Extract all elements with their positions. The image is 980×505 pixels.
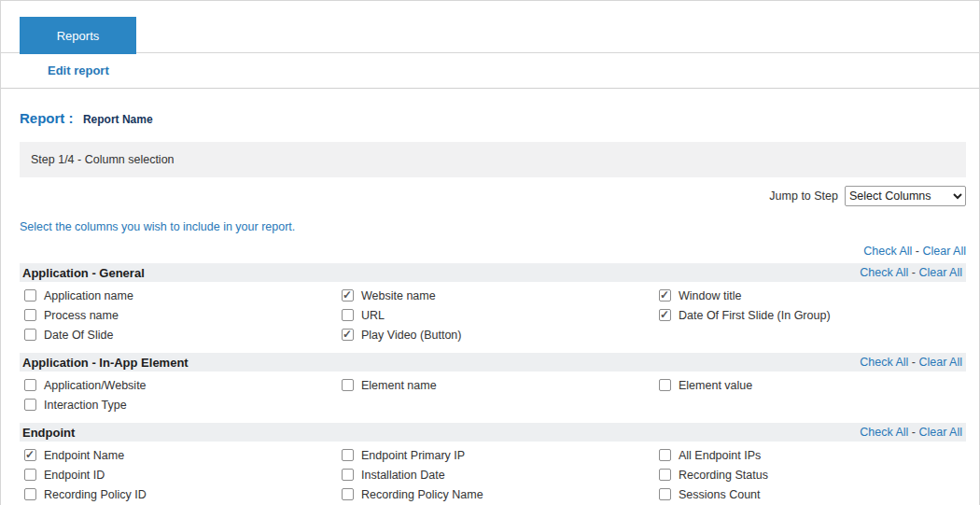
column-item-application-website[interactable]: Application/Website <box>24 377 342 393</box>
column-item-label: Website name <box>361 289 436 302</box>
checkbox-unchecked[interactable] <box>659 379 671 391</box>
column-item-interaction-type[interactable]: Interaction Type <box>24 397 342 413</box>
column-item-application-name[interactable]: Application name <box>24 288 342 303</box>
global-check-clear-links: Check All - Clear All <box>20 245 966 259</box>
section-clear-all-link[interactable]: Clear All <box>918 426 962 439</box>
column-item-element-value[interactable]: Element value <box>659 377 973 393</box>
checkbox-checked[interactable] <box>659 309 671 321</box>
checkbox-checked[interactable] <box>342 289 354 302</box>
checkbox-unchecked[interactable] <box>659 488 671 500</box>
checkbox-unchecked[interactable] <box>342 379 354 391</box>
column-item-endpoint-name[interactable]: Endpoint Name <box>24 447 342 463</box>
column-sections-container: Application - GeneralCheck All - Clear A… <box>20 263 966 505</box>
column-item-website-name[interactable]: Website name <box>342 288 659 303</box>
checkbox-checked[interactable] <box>659 289 671 302</box>
section-header-application-general: Application - GeneralCheck All - Clear A… <box>20 263 966 282</box>
link-separator: - <box>908 356 918 369</box>
checkbox-unchecked[interactable] <box>24 469 36 481</box>
checkbox-unchecked[interactable] <box>24 309 36 321</box>
column-item-label: Element value <box>679 379 752 392</box>
column-item-label: Play Video (Button) <box>361 329 461 342</box>
section-header-application-in-app-element: Application - In-App ElementCheck All - … <box>20 353 966 372</box>
column-item-label: Date Of First Slide (In Group) <box>679 309 831 322</box>
checkbox-unchecked[interactable] <box>24 329 36 341</box>
report-name: Report Name <box>83 113 153 126</box>
checkbox-unchecked[interactable] <box>342 469 354 481</box>
column-item-label: Endpoint Name <box>44 449 124 462</box>
checkbox-unchecked[interactable] <box>24 379 36 391</box>
section-check-clear-links: Check All - Clear All <box>860 356 962 369</box>
checkbox-unchecked[interactable] <box>24 289 36 302</box>
section-clear-all-link[interactable]: Clear All <box>918 356 962 369</box>
clear-all-link[interactable]: Clear All <box>922 245 966 258</box>
jump-to-step-label: Jump to Step <box>769 189 838 203</box>
column-item-label: Window title <box>679 289 741 302</box>
report-title: Report : Report Name <box>20 109 966 127</box>
link-separator: - <box>908 266 918 279</box>
column-item-label: Endpoint Primary IP <box>361 449 465 462</box>
checkbox-unchecked[interactable] <box>342 309 354 321</box>
instruction-text: Select the columns you wish to include i… <box>20 220 966 234</box>
link-separator: - <box>912 245 922 258</box>
column-item-label: Interaction Type <box>44 399 127 412</box>
checkbox-unchecked[interactable] <box>659 469 671 481</box>
section-title: Application - In-App Element <box>22 356 189 370</box>
edit-report-link[interactable]: Edit report <box>48 63 109 77</box>
section-check-clear-links: Check All - Clear All <box>860 426 962 439</box>
checkbox-unchecked[interactable] <box>342 488 354 500</box>
checkbox-unchecked[interactable] <box>24 488 36 500</box>
section-check-all-link[interactable]: Check All <box>860 426 908 439</box>
section-items-grid: Endpoint NameEndpoint Primary IPAll Endp… <box>20 442 966 505</box>
column-item-label: URL <box>361 309 385 322</box>
jump-to-step-row: Jump to Step Select Columns <box>20 186 966 206</box>
column-item-sessions-count[interactable]: Sessions Count <box>659 486 973 502</box>
column-item-recording-policy-id[interactable]: Recording Policy ID <box>24 486 342 502</box>
link-separator: - <box>908 426 918 439</box>
check-all-link[interactable]: Check All <box>863 245 912 258</box>
section-check-all-link[interactable]: Check All <box>860 356 908 369</box>
column-item-installation-date[interactable]: Installation Date <box>342 467 659 483</box>
tab-reports[interactable]: Reports <box>20 17 136 54</box>
section-title: Endpoint <box>22 426 75 440</box>
column-item-label: Installation Date <box>361 469 445 482</box>
section-check-all-link[interactable]: Check All <box>860 266 908 279</box>
column-item-url[interactable]: URL <box>342 307 659 323</box>
column-item-all-endpoint-ips[interactable]: All Endpoint IPs <box>659 447 973 463</box>
checkbox-unchecked[interactable] <box>24 399 36 411</box>
top-tab-bar: Reports <box>1 1 979 53</box>
page: Reports Edit report Report : Report Name… <box>0 0 980 505</box>
subheader: Edit report <box>1 53 979 88</box>
column-item-label: Sessions Count <box>679 488 761 501</box>
column-item-recording-policy-name[interactable]: Recording Policy Name <box>342 486 659 502</box>
column-item-play-video-button[interactable]: Play Video (Button) <box>342 327 659 343</box>
report-panel: Report : Report Name Step 1/4 - Column s… <box>1 88 979 505</box>
column-item-date-of-slide[interactable]: Date Of Slide <box>24 327 342 343</box>
section-items-grid: Application nameWebsite nameWindow title… <box>20 282 966 348</box>
column-item-label: Recording Policy Name <box>361 488 483 501</box>
section-clear-all-link[interactable]: Clear All <box>918 266 962 279</box>
step-indicator-bar: Step 1/4 - Column selection <box>20 142 966 177</box>
jump-to-step-select[interactable]: Select Columns <box>845 186 966 206</box>
column-item-process-name[interactable]: Process name <box>24 307 342 323</box>
column-item-date-of-first-slide-in-group[interactable]: Date Of First Slide (In Group) <box>659 307 973 323</box>
checkbox-unchecked[interactable] <box>342 449 354 461</box>
column-item-label: Endpoint ID <box>44 469 105 482</box>
section-title: Application - General <box>22 266 145 280</box>
column-item-recording-status[interactable]: Recording Status <box>659 467 973 483</box>
column-item-endpoint-id[interactable]: Endpoint ID <box>24 467 342 483</box>
column-item-label: Element name <box>361 379 437 392</box>
column-item-element-name[interactable]: Element name <box>342 377 659 393</box>
column-item-label: Process name <box>44 309 119 322</box>
column-item-window-title[interactable]: Window title <box>659 288 973 303</box>
column-item-label: Recording Status <box>679 469 768 482</box>
column-item-label: Recording Policy ID <box>44 488 147 501</box>
column-item-endpoint-primary-ip[interactable]: Endpoint Primary IP <box>342 447 659 463</box>
checkbox-checked[interactable] <box>342 329 354 341</box>
section-check-clear-links: Check All - Clear All <box>860 266 962 279</box>
checkbox-checked[interactable] <box>24 449 36 461</box>
column-item-label: Application/Website <box>44 379 147 392</box>
checkbox-unchecked[interactable] <box>659 449 671 461</box>
column-item-label: Application name <box>44 289 133 302</box>
section-items-grid: Application/WebsiteElement nameElement v… <box>20 372 966 418</box>
column-item-label: Date Of Slide <box>44 329 113 342</box>
